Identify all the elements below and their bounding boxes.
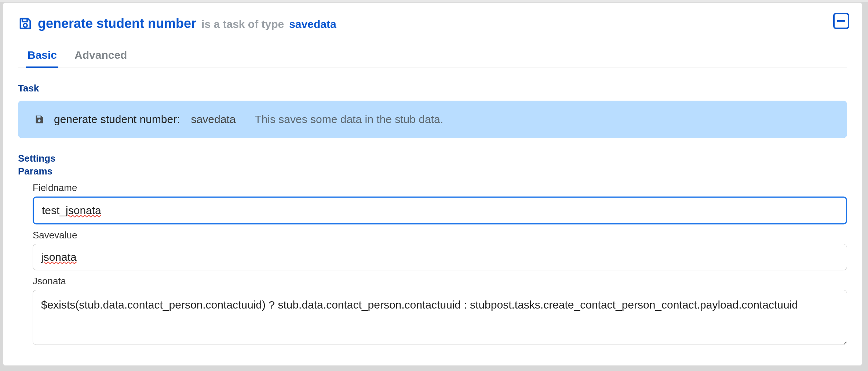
jsonata-label: Jsonata — [33, 275, 847, 287]
minus-icon — [837, 20, 845, 22]
card-header: generate student number is a task of typ… — [18, 16, 847, 31]
task-banner-name: generate student number: — [54, 113, 180, 126]
task-title: generate student number — [38, 16, 196, 31]
tab-basic[interactable]: Basic — [26, 49, 58, 68]
savevalue-label: Savevalue — [33, 230, 847, 241]
task-banner[interactable]: generate student number: savedata This s… — [18, 101, 847, 138]
svg-rect-2 — [37, 116, 40, 118]
svg-point-3 — [38, 119, 41, 122]
task-subtitle: is a task of type — [201, 18, 284, 30]
section-settings-label: Settings — [18, 153, 847, 164]
save-icon — [34, 114, 44, 125]
section-task-label: Task — [18, 83, 847, 94]
section-params-label: Params — [18, 166, 847, 177]
tab-advanced[interactable]: Advanced — [73, 49, 128, 68]
collapse-button[interactable] — [833, 13, 849, 29]
task-banner-type: savedata — [191, 113, 236, 126]
fieldname-label: Fieldname — [33, 182, 847, 194]
save-icon — [18, 16, 33, 31]
tabs: Basic Advanced — [18, 49, 847, 68]
svg-rect-0 — [22, 19, 27, 22]
task-editor-card: generate student number is a task of typ… — [3, 2, 862, 366]
task-banner-description: This saves some data in the stub data. — [255, 113, 443, 126]
fieldname-input[interactable]: test_jsonata — [33, 197, 847, 224]
savevalue-input[interactable]: jsonata — [33, 244, 847, 270]
jsonata-input[interactable] — [33, 290, 847, 345]
svg-point-1 — [23, 24, 27, 27]
task-type-label: savedata — [289, 18, 336, 30]
